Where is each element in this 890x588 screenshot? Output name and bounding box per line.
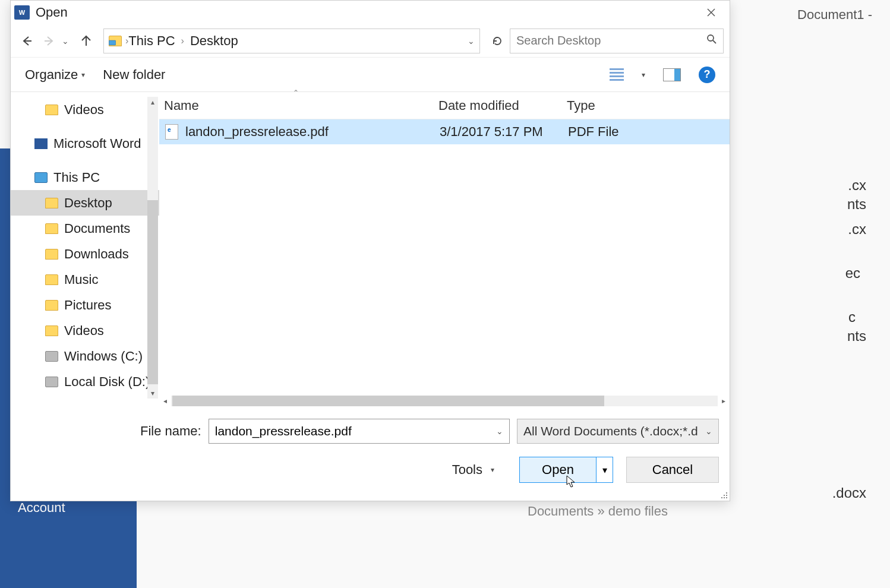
folder-icon — [45, 300, 58, 311]
scroll-left-button[interactable]: ◂ — [159, 395, 171, 407]
close-button[interactable] — [696, 4, 726, 21]
nav-history-dropdown[interactable]: ⌄ — [62, 36, 74, 46]
folder-icon — [45, 198, 58, 208]
chevron-down-icon: ▾ — [491, 466, 494, 474]
tree-item-documents[interactable]: Documents — [11, 216, 159, 241]
search-box[interactable] — [510, 29, 724, 53]
tree-item-desktop[interactable]: Desktop — [11, 190, 159, 216]
tree-item-videos[interactable]: Videos — [11, 97, 159, 122]
breadcrumb-segment[interactable]: Desktop — [190, 33, 238, 49]
folder-icon — [45, 223, 58, 234]
refresh-icon — [492, 36, 503, 46]
tree-item-videos-2[interactable]: Videos — [11, 318, 159, 343]
filetype-combo[interactable]: All Word Documents (*.docx;*.d ⌄ — [517, 419, 719, 444]
tools-button[interactable]: Tools ▾ — [452, 462, 494, 478]
word-icon — [34, 138, 48, 149]
recent-doc-fragment: .docx — [832, 485, 866, 501]
scroll-thumb[interactable] — [172, 396, 604, 406]
tree-item-label: Videos — [64, 102, 104, 118]
scroll-thumb[interactable] — [147, 200, 158, 384]
recent-doc-fragment: .cx — [848, 177, 866, 194]
scroll-up-button[interactable]: ▴ — [147, 97, 158, 108]
refresh-button[interactable] — [487, 31, 507, 51]
filename-combo[interactable]: landon_pressrelease.pdf ⌄ — [209, 419, 510, 444]
dialog-title: Open — [36, 5, 696, 20]
close-icon — [706, 8, 716, 17]
address-dropdown[interactable]: ⌄ — [468, 36, 475, 46]
tree-item-label: Videos — [64, 323, 104, 339]
tree-item-pictures[interactable]: Pictures — [11, 292, 159, 318]
nav-forward-button[interactable] — [39, 31, 59, 51]
chevron-down-icon[interactable]: ⌄ — [705, 426, 712, 436]
column-header-name[interactable]: Name — [159, 98, 438, 113]
tree-item-label: Documents — [64, 221, 130, 236]
scroll-right-button[interactable]: ▸ — [718, 395, 730, 407]
help-button[interactable]: ? — [699, 67, 715, 83]
file-date: 3/1/2017 5:17 PM — [440, 124, 568, 140]
chevron-down-icon[interactable]: ⌄ — [496, 426, 503, 436]
folder-icon — [45, 249, 58, 260]
nav-up-button[interactable] — [76, 31, 96, 51]
arrow-up-icon — [80, 35, 92, 47]
tree-item-downloads[interactable]: Downloads — [11, 241, 159, 267]
tree-item-drive-d[interactable]: Local Disk (D:) — [11, 369, 159, 394]
tree-scrollbar[interactable]: ▴ ▾ — [147, 97, 158, 399]
tree-item-label: Desktop — [64, 195, 112, 211]
open-dropdown-button[interactable]: ▾ — [596, 457, 613, 482]
cancel-button[interactable]: Cancel — [626, 457, 719, 483]
drive-icon — [45, 351, 58, 362]
button-row: Tools ▾ Open ▾ Cancel — [21, 457, 719, 483]
pc-icon — [34, 172, 48, 183]
navigation-tree: Videos Microsoft Word This PC Desktop Do… — [11, 92, 159, 407]
view-options-button[interactable] — [610, 68, 624, 81]
organize-label: Organize — [25, 67, 78, 83]
file-list-pane: ⌃ Name Date modified Type landon_pressre… — [159, 92, 730, 407]
backstage-account-link[interactable]: Account — [18, 500, 65, 516]
open-file-dialog: W Open ⌄ › This PC › Desktop ⌄ — [10, 0, 730, 501]
search-icon[interactable] — [706, 34, 717, 48]
tree-item-label: Microsoft Word — [53, 136, 141, 151]
tools-label: Tools — [452, 462, 482, 478]
chevron-down-icon[interactable]: ▾ — [642, 71, 645, 79]
column-header-type[interactable]: Type — [567, 98, 730, 113]
recent-doc-fragment: nts — [847, 328, 866, 344]
tree-item-label: Downloads — [64, 246, 129, 262]
arrow-right-icon — [43, 35, 55, 47]
filetype-value: All Word Documents (*.docx;*.d — [523, 424, 698, 438]
new-folder-button[interactable]: New folder — [103, 67, 165, 83]
tree-item-music[interactable]: Music — [11, 267, 159, 292]
open-split-button: Open ▾ — [519, 457, 613, 483]
file-name: landon_pressrelease.pdf — [185, 124, 440, 140]
tree-item-label: Music — [64, 272, 98, 287]
tree-item-microsoft-word[interactable]: Microsoft Word — [11, 131, 159, 156]
toolbar: Organize ▾ New folder ▾ ? — [11, 58, 730, 92]
dialog-body: Videos Microsoft Word This PC Desktop Do… — [11, 92, 730, 407]
preview-pane-button[interactable] — [663, 68, 681, 81]
dialog-titlebar: W Open — [11, 1, 730, 24]
drive-icon — [45, 377, 58, 387]
resize-grip[interactable] — [719, 490, 727, 498]
tree-item-label: Windows (C:) — [64, 349, 143, 364]
recent-doc-fragment: nts — [847, 196, 866, 213]
file-type: PDF File — [568, 124, 730, 140]
address-bar[interactable]: › This PC › Desktop ⌄ — [103, 29, 480, 53]
column-header-date[interactable]: Date modified — [438, 98, 567, 113]
file-horizontal-scrollbar[interactable]: ◂ ▸ — [159, 395, 730, 407]
filename-label: File name: — [140, 423, 201, 439]
scroll-down-button[interactable]: ▾ — [147, 388, 158, 399]
pc-overlay-icon — [109, 40, 116, 45]
breadcrumb-segment[interactable]: This PC — [128, 33, 175, 49]
organize-button[interactable]: Organize ▾ — [25, 67, 85, 83]
filename-value: landon_pressrelease.pdf — [215, 424, 352, 438]
tree-item-label: This PC — [53, 170, 100, 185]
file-row[interactable]: landon_pressrelease.pdf 3/1/2017 5:17 PM… — [159, 119, 730, 144]
tree-item-drive-c[interactable]: Windows (C:) — [11, 343, 159, 369]
svg-line-6 — [713, 40, 716, 43]
tree-item-this-pc[interactable]: This PC — [11, 165, 159, 190]
breadcrumb: This PC › Desktop — [128, 33, 238, 49]
recent-doc-fragment: c — [848, 309, 856, 325]
svg-point-5 — [708, 35, 714, 41]
nav-back-button[interactable] — [17, 31, 37, 51]
open-button[interactable]: Open — [520, 457, 596, 482]
search-input[interactable] — [516, 34, 706, 48]
